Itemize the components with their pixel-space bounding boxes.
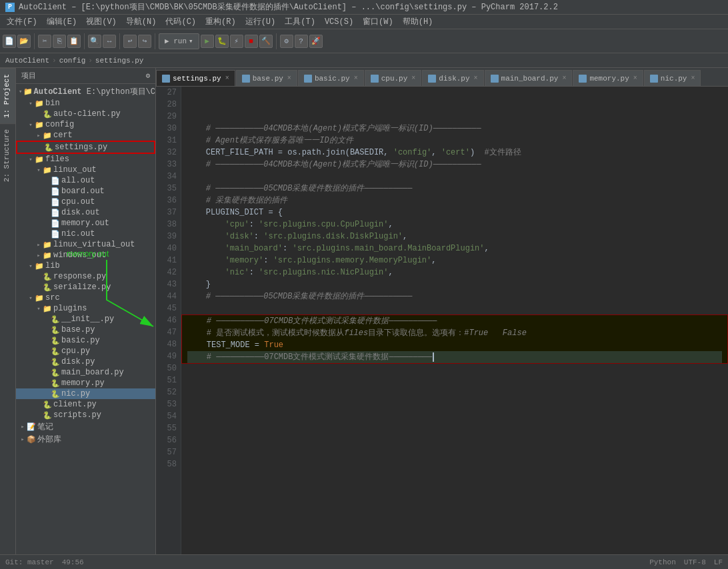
menu-item[interactable]: 运行(U) [241, 15, 280, 28]
tree-item-scripts[interactable]: 🐍 scripts.py [16, 410, 155, 420]
tree-item-response[interactable]: 🐍 response.py [16, 271, 155, 282]
tab-memory[interactable]: memory.py × [573, 70, 643, 86]
run-dropdown-icon[interactable]: ▾ [189, 37, 193, 45]
tree-item-files[interactable]: ▾ 📁 files [16, 154, 155, 165]
tree-item-board-out[interactable]: 📄 board.out [16, 186, 155, 197]
breadcrumb-config[interactable]: config [59, 57, 86, 65]
tree-arrow-linux-virtual-out[interactable]: ▸ [35, 241, 43, 249]
new-file-btn[interactable]: 📄 [3, 35, 16, 48]
tree-item-plugins[interactable]: ▾ 📁 plugins [16, 303, 155, 314]
menu-item[interactable]: 视图(V) [82, 15, 121, 28]
tree-arrow-src[interactable]: ▾ [27, 294, 35, 302]
stop-btn[interactable]: ■ [245, 35, 258, 48]
tab-close-memory[interactable]: × [633, 75, 637, 82]
tree-item-notes[interactable]: ▸ 📝 笔记 [16, 420, 155, 433]
menu-item[interactable]: 窗口(W) [359, 15, 397, 28]
tree-item-nic[interactable]: 🐍 nic.py [16, 388, 155, 399]
search-btn[interactable]: 🔍 [88, 35, 101, 48]
tab-close-main-board[interactable]: × [562, 75, 566, 82]
tree-item-all-out[interactable]: 📄 all.out [16, 175, 155, 186]
tree-item-memory-out[interactable]: 📄 memory.out [16, 218, 155, 229]
menu-item[interactable]: 帮助(H) [399, 15, 437, 28]
cut-btn[interactable]: ✂ [38, 35, 51, 48]
tree-item-auto-client[interactable]: 🐍 auto-client.py [16, 109, 155, 119]
tree-item-autoclient[interactable]: ▾ 📁 AutoClient E:\python项目\C [16, 85, 155, 98]
project-tab[interactable]: 1: Project [0, 68, 15, 123]
tree-arrow-external-libs[interactable]: ▸ [19, 436, 27, 443]
tree-item-src[interactable]: ▾ 📁 src [16, 292, 155, 303]
tree-item-init[interactable]: 🐍 __init__.py [16, 314, 155, 324]
tree-arrow-lib[interactable]: ▾ [27, 263, 35, 270]
tree-item-bin[interactable]: ▾ 📁 bin [16, 98, 155, 109]
tree-item-lib[interactable]: ▾ 📁 lib [16, 261, 155, 271]
tab-main-board[interactable]: main_board.py × [485, 70, 573, 86]
tab-basic[interactable]: basic.py × [298, 70, 364, 86]
tree-item-settings[interactable]: 🐍 settings.py [16, 141, 155, 154]
replace-btn[interactable]: ↔ [103, 35, 116, 48]
run-play-btn[interactable]: ▶ [201, 35, 214, 48]
menu-item[interactable]: VCS(S) [321, 17, 357, 27]
tree-item-config[interactable]: ▾ 📁 config [16, 119, 155, 130]
code-editor[interactable]: 2728293031 3233343536 3738394041 4243444… [156, 87, 728, 569]
tree-item-disk[interactable]: 🐍 disk.py [16, 356, 155, 367]
tree-item-basic[interactable]: 🐍 basic.py [16, 335, 155, 346]
tree-item-base[interactable]: 🐍 base.py [16, 324, 155, 335]
tree-item-linux-virtual-out[interactable]: ▸ 📁 linux_virtual_out [16, 239, 155, 250]
redo-btn[interactable]: ↪ [138, 35, 151, 48]
tab-close-disk[interactable]: × [474, 75, 478, 82]
project-tree[interactable]: ▾ 📁 AutoClient E:\python项目\C ▾ 📁 bin 🐍 a… [16, 84, 155, 569]
tab-close-settings[interactable]: × [225, 75, 229, 82]
menu-item[interactable]: 重构(R) [201, 15, 240, 28]
tree-arrow-cert[interactable]: ▸ [35, 132, 43, 139]
tree-item-external-libs[interactable]: ▸ 📦 外部库 [16, 433, 155, 446]
tree-arrow-windows-out[interactable]: ▸ [35, 252, 43, 259]
tree-item-serialize[interactable]: 🐍 serialize.py [16, 282, 155, 292]
menu-item[interactable]: 工具(T) [281, 15, 319, 28]
tree-arrow-autoclient[interactable]: ▾ [18, 88, 23, 95]
tree-arrow-notes[interactable]: ▸ [19, 423, 27, 430]
debug-btn[interactable]: 🐛 [215, 35, 229, 48]
help-btn[interactable]: ? [295, 35, 308, 48]
menu-item[interactable]: 代码(C) [161, 15, 200, 28]
tab-settings[interactable]: settings.py × [156, 70, 235, 86]
build-btn[interactable]: 🔨 [259, 35, 273, 48]
breadcrumb-root[interactable]: AutoClient [5, 57, 49, 65]
tree-item-linux-out[interactable]: ▾ 📁 linux_out [16, 165, 155, 175]
run-btn[interactable]: ▶ run ▾ [159, 33, 199, 49]
tab-close-nic[interactable]: × [691, 75, 695, 82]
run-other-btn[interactable]: ⚡ [230, 35, 243, 48]
tab-close-base[interactable]: × [287, 75, 291, 82]
tree-arrow-linux-out[interactable]: ▾ [35, 167, 43, 174]
deploy-btn[interactable]: 🚀 [309, 35, 323, 48]
structure-tab[interactable]: 2: Structure [0, 123, 15, 187]
settings-btn[interactable]: ⚙ [280, 35, 293, 48]
tab-nic[interactable]: nic.py × [644, 70, 701, 86]
project-settings-icon[interactable]: ⚙ [145, 71, 150, 80]
menu-item[interactable]: 文件(F) [3, 15, 41, 28]
paste-btn[interactable]: 📋 [67, 35, 81, 48]
tree-arrow-config[interactable]: ▾ [27, 121, 35, 129]
breadcrumb-file[interactable]: settings.py [95, 57, 144, 65]
open-btn[interactable]: 📂 [17, 35, 31, 48]
tab-disk[interactable]: disk.py × [422, 70, 483, 86]
tree-arrow-files[interactable]: ▾ [27, 156, 35, 163]
tab-close-basic[interactable]: × [354, 75, 358, 82]
tab-cpu[interactable]: cpu.py × [365, 70, 422, 86]
menu-item[interactable]: 导航(N) [122, 15, 161, 28]
tree-item-cpu-out[interactable]: 📄 cpu.out [16, 197, 155, 207]
tree-item-cert[interactable]: ▸ 📁 cert [16, 130, 155, 141]
tree-item-windows-out[interactable]: ▸ 📁 windows_out [16, 250, 155, 261]
tree-item-memory[interactable]: 🐍 memory.py [16, 378, 155, 388]
menu-item[interactable]: 编辑(E) [43, 15, 81, 28]
copy-btn[interactable]: ⎘ [53, 35, 66, 48]
tree-item-nic-out[interactable]: 📄 nic.out [16, 229, 155, 239]
tab-base[interactable]: base.py × [236, 70, 297, 86]
tree-item-main-board[interactable]: 🐍 main_board.py [16, 367, 155, 378]
tree-item-cpu[interactable]: 🐍 cpu.py [16, 346, 155, 356]
tree-item-client[interactable]: 🐍 client.py [16, 399, 155, 410]
code-text[interactable]: # ——————————04CMDB本地(Agent)模式客户端唯一标识(ID)… [181, 87, 728, 569]
tree-item-disk-out[interactable]: 📄 disk.out [16, 207, 155, 218]
tree-arrow-bin[interactable]: ▾ [27, 100, 35, 107]
tree-arrow-plugins[interactable]: ▾ [35, 305, 43, 312]
tab-close-cpu[interactable]: × [411, 75, 415, 82]
